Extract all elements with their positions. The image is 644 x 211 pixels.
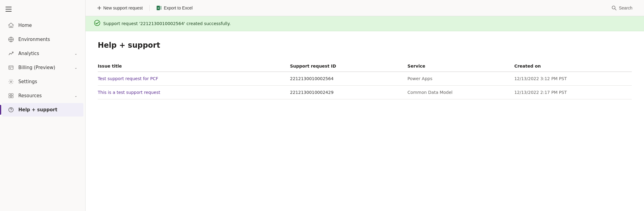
col-service: Service	[408, 61, 514, 72]
new-support-request-button[interactable]: New support request	[93, 4, 147, 12]
request-id-1: 2212130010002564	[290, 72, 408, 86]
search-icon	[612, 6, 617, 10]
sidebar-item-help-support[interactable]: Help + support	[2, 103, 83, 117]
created-on-1: 12/13/2022 3:12 PM PST	[514, 72, 632, 86]
svg-rect-5	[9, 94, 11, 95]
sidebar-nav: Home Environments Analytics ⌄	[0, 18, 85, 117]
request-id-2: 2212130010002429	[290, 86, 408, 99]
svg-rect-1	[9, 66, 13, 69]
svg-point-10	[11, 111, 11, 111]
service-2: Common Data Model	[408, 86, 514, 99]
hamburger-icon	[5, 7, 12, 12]
home-icon	[8, 22, 14, 28]
sidebar: Home Environments Analytics ⌄	[0, 0, 86, 211]
created-on-2: 12/13/2022 2:17 PM PST	[514, 86, 632, 99]
plus-icon	[97, 6, 101, 10]
support-table: Issue title Support request ID Service C…	[98, 61, 632, 99]
svg-rect-7	[9, 96, 11, 98]
export-to-excel-button[interactable]: X Export to Excel	[152, 4, 197, 12]
sidebar-item-billing[interactable]: Billing (Preview) ⌄	[2, 61, 83, 74]
success-banner: Support request '2212130010002564' creat…	[86, 16, 644, 31]
page-content: Help + support Issue title Support reque…	[86, 31, 644, 211]
sidebar-item-home-label: Home	[18, 23, 77, 28]
svg-rect-3	[10, 68, 11, 68]
page-title: Help + support	[98, 41, 632, 50]
svg-line-20	[615, 9, 616, 10]
main-content: New support request X Export to Excel Se…	[86, 0, 644, 211]
service-1: Power Apps	[408, 72, 514, 86]
search-label: Search	[619, 6, 632, 10]
col-issue-title: Issue title	[98, 61, 290, 72]
table-body: Test support request for PCF 22121300100…	[98, 72, 632, 99]
sidebar-item-home[interactable]: Home	[2, 19, 83, 32]
sidebar-item-analytics-label: Analytics	[18, 51, 70, 56]
sidebar-item-settings-label: Settings	[18, 79, 77, 84]
col-support-request-id: Support request ID	[290, 61, 408, 72]
help-support-icon	[8, 107, 14, 113]
success-check-icon	[94, 20, 100, 27]
banner-message: Support request '2212130010002564' creat…	[103, 21, 231, 26]
search-button[interactable]: Search	[607, 4, 637, 12]
issue-title-1[interactable]: Test support request for PCF	[98, 72, 290, 86]
analytics-chevron-icon: ⌄	[75, 52, 77, 56]
sidebar-item-resources[interactable]: Resources ⌄	[2, 89, 83, 102]
resources-chevron-icon: ⌄	[75, 94, 77, 98]
export-label: Export to Excel	[164, 6, 192, 10]
sidebar-item-billing-label: Billing (Preview)	[18, 65, 70, 70]
settings-icon	[8, 79, 14, 85]
resources-icon	[8, 93, 14, 99]
svg-text:X: X	[158, 7, 159, 9]
toolbar: New support request X Export to Excel Se…	[86, 0, 644, 16]
toolbar-separator	[149, 5, 150, 11]
excel-icon: X	[156, 6, 162, 10]
sidebar-item-environments-label: Environments	[18, 37, 77, 42]
sidebar-item-environments[interactable]: Environments	[2, 33, 83, 46]
svg-point-4	[10, 81, 12, 83]
analytics-icon	[8, 50, 14, 57]
table-row: Test support request for PCF 22121300100…	[98, 72, 632, 86]
svg-point-21	[94, 20, 100, 26]
col-created-on: Created on	[514, 61, 632, 72]
issue-title-2[interactable]: This is a test support request	[98, 86, 290, 99]
svg-point-19	[612, 6, 615, 9]
table-header: Issue title Support request ID Service C…	[98, 61, 632, 72]
billing-icon	[8, 65, 14, 71]
svg-rect-8	[11, 96, 13, 98]
table-row: This is a test support request 221213001…	[98, 86, 632, 99]
billing-chevron-icon: ⌄	[75, 66, 77, 70]
sidebar-item-analytics[interactable]: Analytics ⌄	[2, 47, 83, 60]
new-request-label: New support request	[103, 6, 143, 10]
sidebar-item-resources-label: Resources	[18, 93, 70, 98]
svg-rect-6	[11, 94, 13, 95]
sidebar-item-help-support-label: Help + support	[18, 107, 77, 113]
hamburger-button[interactable]	[0, 2, 85, 16]
sidebar-item-settings[interactable]: Settings	[2, 75, 83, 88]
globe-icon	[8, 36, 14, 43]
